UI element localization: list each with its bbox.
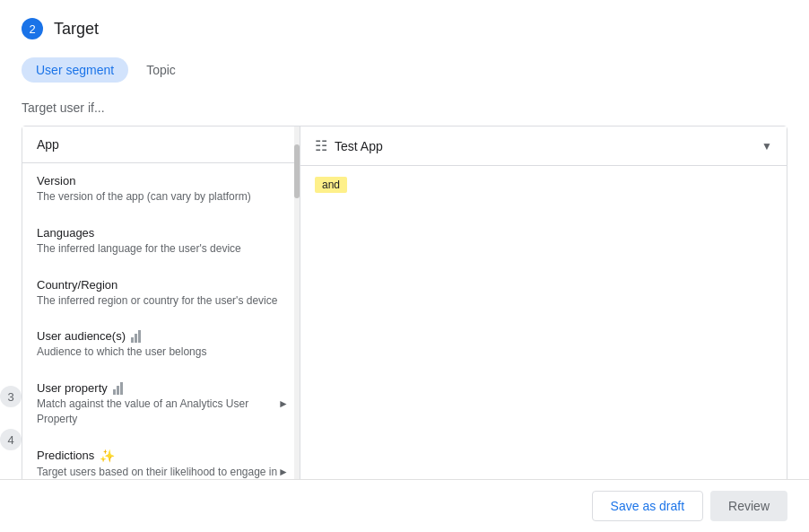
bar-chart-icon-property	[113, 382, 123, 395]
item-audiences-title: User audience(s)	[37, 329, 285, 343]
app-dropdown-arrow[interactable]: ▼	[761, 140, 772, 153]
save-draft-button[interactable]: Save as draft	[592, 491, 704, 521]
and-badge-container: and	[300, 166, 787, 204]
dropdown-item-version[interactable]: Version The version of the app (can vary…	[22, 163, 300, 215]
step-badge-2: 2	[22, 18, 43, 39]
and-badge: and	[315, 177, 347, 193]
side-steps: 3 4	[0, 386, 22, 450]
item-predictions-title: Predictions ✨	[37, 449, 285, 463]
app-name-label: Test App	[335, 139, 754, 153]
dropdown-item-languages[interactable]: Languages The inferred language for the …	[22, 215, 300, 267]
bottom-bar: Save as draft Review	[0, 479, 809, 532]
review-button[interactable]: Review	[710, 491, 787, 521]
side-step-badge-4: 4	[0, 429, 22, 450]
item-property-arrow: ►	[278, 397, 289, 410]
item-languages-desc: The inferred language for the user's dev…	[37, 241, 285, 257]
dropdown-list: Version The version of the app (can vary…	[22, 163, 300, 505]
left-panel: App Version The version of the app (can …	[22, 126, 300, 505]
magic-wand-icon: ✨	[100, 449, 115, 463]
dropdown-item-user-property[interactable]: User property Match against the value of…	[22, 371, 300, 438]
page-title: Target	[54, 20, 99, 39]
tab-topic[interactable]: Topic	[132, 57, 190, 83]
right-panel: ☷ Test App ▼ and	[300, 126, 787, 505]
main-content: App Version The version of the app (can …	[22, 126, 787, 506]
header-row: 2 Target	[22, 18, 787, 39]
scrollbar-track[interactable]	[294, 126, 300, 505]
item-languages-title: Languages	[37, 226, 285, 240]
item-audiences-desc: Audience to which the user belongs	[37, 344, 285, 360]
dropdown-item-user-audiences[interactable]: User audience(s) Audience to which the u…	[22, 318, 300, 371]
bar-chart-icon-audiences	[131, 330, 141, 343]
tab-user-segment[interactable]: User segment	[22, 57, 128, 83]
dropdown-item-country-region[interactable]: Country/Region The inferred region or co…	[22, 267, 300, 319]
right-panel-header: ☷ Test App ▼	[300, 126, 787, 166]
side-step-badge-3: 3	[0, 386, 22, 407]
item-version-title: Version	[37, 174, 285, 188]
tab-bar: User segment Topic	[22, 57, 787, 83]
item-property-title: User property	[37, 381, 285, 395]
target-label: Target user if...	[22, 100, 787, 115]
item-country-title: Country/Region	[37, 278, 285, 292]
item-predictions-arrow: ►	[278, 466, 289, 478]
scrollbar-thumb	[294, 144, 300, 198]
app-icon: ☷	[315, 137, 327, 154]
left-panel-header: App	[22, 126, 300, 163]
item-property-desc: Match against the value of an Analytics …	[37, 397, 285, 427]
item-country-desc: The inferred region or country for the u…	[37, 293, 285, 309]
item-version-desc: The version of the app (can vary by plat…	[37, 189, 285, 205]
page-container: 2 Target User segment Topic Target user …	[0, 0, 809, 532]
